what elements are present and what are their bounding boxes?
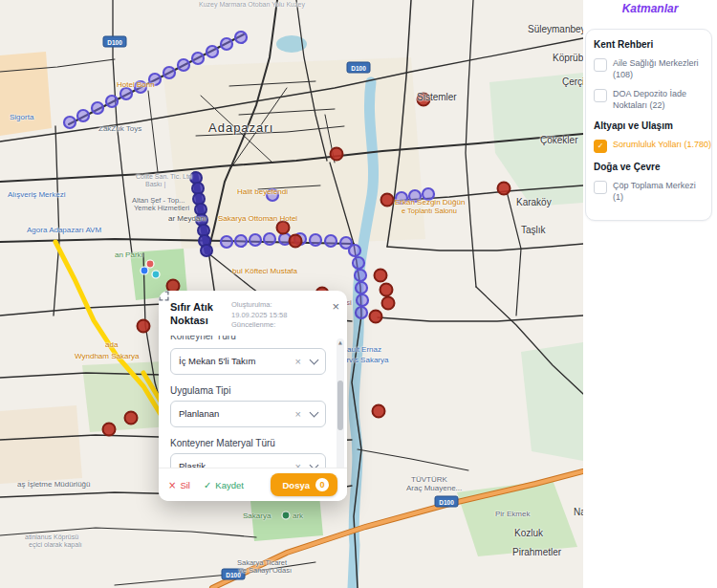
select-uygulama-tipi[interactable]: Planlanan × xyxy=(170,401,326,427)
close-icon[interactable]: × xyxy=(332,302,339,312)
point-marker[interactable] xyxy=(382,297,395,310)
point-marker[interactable] xyxy=(290,235,302,248)
layers-panel: Katmanlar Kent Rehberi Aile Sağlığı Merk… xyxy=(583,0,717,588)
map-canvas[interactable]: D100D100D100D100 Kuzey Marmara Otoban Yo… xyxy=(0,0,583,588)
clear-icon[interactable]: × xyxy=(295,408,301,420)
popup-header: Sıfır Atık Noktası Oluşturulma: 19.09.20… xyxy=(159,291,347,333)
delete-button[interactable]: × Sil xyxy=(168,480,190,490)
save-button[interactable]: ✓ Kaydet xyxy=(204,480,244,490)
scrollbar-thumb[interactable] xyxy=(337,381,343,430)
file-button[interactable]: Dosya 0 xyxy=(271,473,337,496)
check-icon: ✓ xyxy=(598,142,604,150)
route-point-marker[interactable] xyxy=(163,67,175,78)
checkbox[interactable] xyxy=(594,89,607,102)
layer-row-doa-depozito[interactable]: DOA Depozito İade Noktaları (22) xyxy=(594,88,704,111)
section-header: Doğa ve Çevre xyxy=(594,162,704,172)
route-point-marker[interactable] xyxy=(178,59,189,71)
route-point-marker[interactable] xyxy=(409,190,421,202)
file-count-badge: 0 xyxy=(315,478,329,491)
checkbox[interactable] xyxy=(594,181,607,194)
route-point-marker[interactable] xyxy=(92,102,103,114)
route-point-marker[interactable] xyxy=(325,235,337,247)
route-point-marker[interactable] xyxy=(355,270,366,281)
route-point-marker[interactable] xyxy=(349,245,360,256)
selected-route-marker[interactable] xyxy=(201,245,212,256)
created-label: Oluşturulma: xyxy=(231,300,315,311)
route-point-marker[interactable] xyxy=(149,74,161,85)
checkbox-checked[interactable]: ✓ xyxy=(594,140,607,153)
point-marker[interactable] xyxy=(125,412,138,425)
check-icon: ✓ xyxy=(204,480,211,490)
layer-row-aile-sagligi[interactable]: Aile Sağlığı Merkezleri (108) xyxy=(594,57,704,80)
app-window: D100D100D100D100 Kuzey Marmara Otoban Yo… xyxy=(0,0,717,588)
route-point-marker[interactable] xyxy=(235,32,247,43)
route-point-marker[interactable] xyxy=(250,234,261,246)
point-marker[interactable] xyxy=(498,183,511,195)
route-point-marker[interactable] xyxy=(310,234,321,246)
route-point-marker[interactable] xyxy=(356,282,367,294)
route-point-marker[interactable] xyxy=(192,53,204,64)
route-point-marker[interactable] xyxy=(135,81,146,93)
svg-text:D100: D100 xyxy=(439,499,454,506)
checkbox[interactable] xyxy=(594,58,607,72)
point-marker[interactable] xyxy=(138,320,150,333)
svg-text:D100: D100 xyxy=(351,65,366,72)
chevron-down-icon[interactable] xyxy=(310,355,319,364)
poi-marker[interactable] xyxy=(141,267,148,274)
point-marker[interactable] xyxy=(375,270,387,282)
poi-marker[interactable] xyxy=(146,260,154,268)
point-marker[interactable] xyxy=(418,94,430,106)
expand-icon[interactable] xyxy=(315,301,325,312)
poi-marker[interactable] xyxy=(282,512,290,519)
popup-form: Konteyner Türü İç Mekan 5'li Takım × Uyg… xyxy=(159,333,347,482)
route-point-marker[interactable] xyxy=(120,88,132,99)
layer-row-sorumluluk-yollari[interactable]: ✓ Sorumluluk Yolları (1.780) xyxy=(594,139,704,153)
svg-text:D100: D100 xyxy=(226,572,241,578)
point-marker[interactable] xyxy=(373,405,385,418)
select-konteyner-turu[interactable]: İç Mekan 5'li Takım × xyxy=(170,348,326,375)
point-marker[interactable] xyxy=(103,424,116,436)
route-point-marker[interactable] xyxy=(356,307,367,318)
route-point-marker[interactable] xyxy=(264,233,275,245)
point-marker[interactable] xyxy=(370,311,382,323)
section-header: Altyapı ve Ulaşım xyxy=(594,120,704,131)
updated-label: Güncellenme: xyxy=(231,320,315,331)
scroll-up-icon[interactable]: ▲ xyxy=(337,339,344,345)
point-marker[interactable] xyxy=(277,222,290,234)
route-point-marker[interactable] xyxy=(396,192,407,204)
layers-card: Kent Rehberi Aile Sağlığı Merkezleri (10… xyxy=(585,29,712,221)
route-point-marker[interactable] xyxy=(353,257,364,269)
created-value: 19.09.2025 15:58 xyxy=(231,311,315,321)
route-point-marker[interactable] xyxy=(64,117,76,128)
field-label: Konteyner Materyal Türü xyxy=(170,438,326,448)
route-point-marker[interactable] xyxy=(235,235,247,247)
route-point-marker[interactable] xyxy=(106,96,118,107)
route-point-marker[interactable] xyxy=(267,189,278,201)
svg-text:D100: D100 xyxy=(107,39,122,46)
field-label: Uygulama Tipi xyxy=(170,385,326,396)
route-point-marker[interactable] xyxy=(221,38,232,50)
route-point-marker[interactable] xyxy=(423,188,434,200)
form-scrollbar[interactable]: ▲ ▼ xyxy=(337,338,344,478)
selected-route-marker[interactable] xyxy=(190,172,202,184)
clear-icon[interactable]: × xyxy=(295,356,301,367)
popup-meta: Oluşturulma: 19.09.2025 15:58 Güncellenm… xyxy=(231,300,315,331)
field-label-clipped: Konteyner Türü xyxy=(170,336,326,343)
road-shield: D100 xyxy=(222,569,245,579)
road-shield: D100 xyxy=(435,496,458,507)
route-point-marker[interactable] xyxy=(357,294,368,306)
selected-route-marker[interactable] xyxy=(193,193,205,205)
chevron-down-icon[interactable] xyxy=(310,407,319,417)
layer-row-cop-toplama[interactable]: Çöp Toplama Merkezi (1) xyxy=(594,180,704,203)
point-marker[interactable] xyxy=(381,194,394,207)
panel-title: Katmanlar xyxy=(583,2,717,15)
poi-marker[interactable] xyxy=(152,271,160,278)
point-marker[interactable] xyxy=(331,148,343,161)
feature-popup: Sıfır Atık Noktası Oluşturulma: 19.09.20… xyxy=(159,291,347,501)
section-header: Kent Rehberi xyxy=(594,39,704,50)
route-point-marker[interactable] xyxy=(221,236,232,248)
point-marker[interactable] xyxy=(380,284,393,296)
selected-route-marker[interactable] xyxy=(196,214,207,226)
route-point-marker[interactable] xyxy=(77,110,89,121)
route-point-marker[interactable] xyxy=(206,46,218,57)
